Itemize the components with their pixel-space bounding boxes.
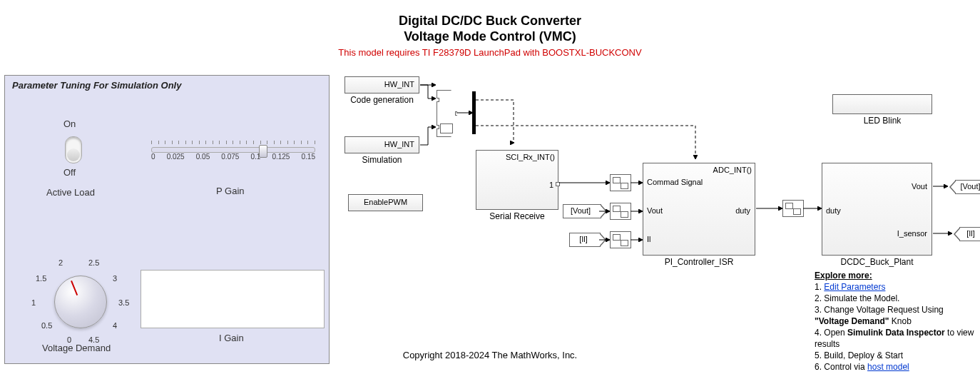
hw-int-bot-text: HW_INT [384,140,414,148]
knob-tick-6: 3 [113,274,117,283]
requirements-warning: This model requires TI F28379D LaunchPad… [0,47,980,58]
block-led-blink[interactable] [832,94,932,114]
port-plant-duty: duty [826,206,841,215]
rate-transition-1[interactable] [610,174,631,191]
tag-vout-text: [Vout] [571,206,591,215]
slider-tick-6: 0.15 [302,153,315,161]
tag-vout-out-text: [Vout] [960,182,980,191]
block-dcdc-buck-plant[interactable]: duty Vout I_sensor [822,163,932,256]
rate-transition-duty[interactable] [782,200,804,217]
p-gain-slider[interactable]: 0 0.025 0.05 0.075 0.1 0.125 0.15 [151,141,315,170]
adc-int-fn: ADC_INT() [713,166,752,174]
knob-tick-2: 1 [31,298,36,307]
block-hw-int-simulation[interactable]: HW_INT [344,136,419,153]
explore-heading: Explore more: [815,271,872,281]
port-vout-in: Vout [647,206,663,215]
copyright: Copyright 2018-2024 The MathWorks, Inc. [0,350,980,360]
rate-transition-2[interactable] [610,203,631,220]
port-command-signal: Commad Signal [647,178,703,186]
slider-tick-1: 0.025 [167,153,185,161]
label-pi-controller: PI_Controller_ISR [643,257,755,267]
knob-tick-3: 1.5 [36,274,46,283]
rate-transition-3[interactable] [610,231,631,248]
demux-bar [472,91,476,134]
knob-tick-5: 2.5 [88,258,99,267]
active-load-label: Active Load [46,187,95,198]
serial-rx-port-1: 1 [549,181,553,189]
tag-from-il[interactable]: [Il] [569,233,601,247]
knob-tick-8: 4 [113,321,117,330]
variant-selector[interactable] [437,90,457,137]
slider-tick-3: 0.075 [221,153,239,161]
tag-from-vout[interactable]: [Vout] [563,204,601,218]
tag-goto-il[interactable]: [Il] [959,227,980,241]
parameter-tuning-panel: Parameter Tuning For Simulation Only On … [4,75,330,364]
serial-rx-fn: SCI_Rx_INT() [506,153,555,161]
tag-goto-vout[interactable]: [Vout] [955,180,980,194]
panel-title: Parameter Tuning For Simulation Only [12,80,322,91]
slider-tick-5: 0.125 [272,153,290,161]
port-plant-isensor: I_sensor [897,229,927,238]
title-line-2: Voltage Mode Control (VMC) [0,29,980,44]
block-serial-receive[interactable]: SCI_Rx_INT() 1 [476,150,558,210]
switch-on-label: On [63,118,76,129]
port-duty-out: duty [735,206,750,215]
label-code-generation: Code generation [344,95,419,105]
explore-l2: 2. Simulate the Model. [815,293,974,304]
slider-tick-4: 0.1 [250,153,260,161]
knob-tick-1: 0.5 [41,321,52,330]
i-gain-label: I Gain [219,333,244,343]
enable-pwm-text: EnablePWM [364,198,407,206]
i-gain-display[interactable] [141,270,325,328]
label-dcdc-plant: DCDC_Buck_Plant [822,257,932,267]
port-il-in: Il [647,235,651,243]
title-line-1: Digital DC/DC Buck Converter [0,13,980,29]
port-plant-vout: Vout [912,182,927,191]
knob-tick-7: 3.5 [118,298,129,307]
knob-tick-4: 2 [58,258,63,267]
link-host-model[interactable]: host model [867,362,909,372]
slider-tick-2: 0.05 [196,153,210,161]
slider-tick-0: 0 [151,153,155,161]
label-serial-receive: Serial Receive [476,211,558,221]
hw-int-top-text: HW_INT [384,80,414,89]
active-load-switch[interactable] [65,136,82,163]
block-pi-controller[interactable]: ADC_INT() Commad Signal Vout Il duty [643,163,755,256]
switch-off-label: Off [63,167,76,178]
tag-il-text: [Il] [579,235,588,243]
label-led-blink: LED Blink [832,116,932,126]
link-edit-parameters[interactable]: Edit Parameters [824,282,885,292]
block-hw-int-codegen[interactable]: HW_INT [344,76,419,94]
tag-il-out-text: [Il] [966,229,975,238]
block-enable-pwm[interactable]: EnablePWM [348,194,423,211]
p-gain-label: P Gain [216,186,245,196]
label-simulation: Simulation [344,155,419,165]
